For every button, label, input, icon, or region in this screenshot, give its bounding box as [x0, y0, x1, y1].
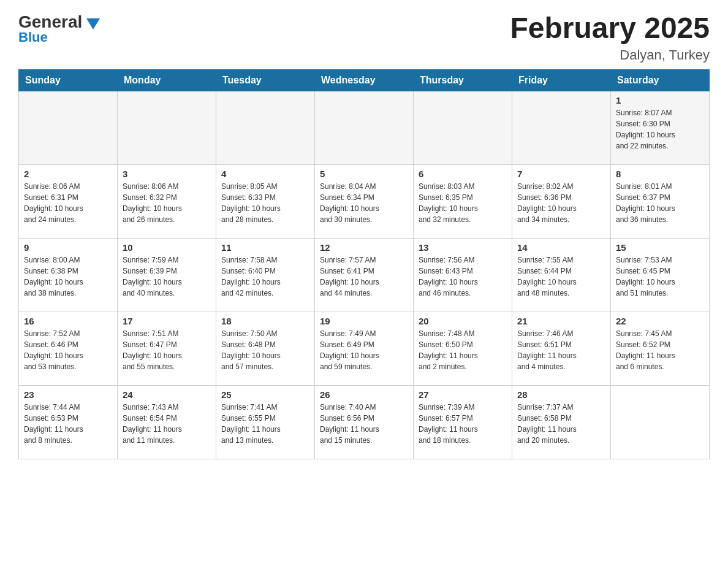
day-number: 19	[320, 316, 408, 326]
logo-bottom-line: Blue	[18, 29, 48, 45]
day-header-monday: Monday	[118, 69, 216, 91]
day-info: Sunrise: 7:48 AMSunset: 6:50 PMDaylight:…	[419, 328, 507, 372]
calendar-cell: 23Sunrise: 7:44 AMSunset: 6:53 PMDayligh…	[19, 385, 118, 459]
calendar-cell: 3Sunrise: 8:06 AMSunset: 6:32 PMDaylight…	[118, 164, 216, 238]
calendar-cell: 25Sunrise: 7:41 AMSunset: 6:55 PMDayligh…	[216, 385, 315, 459]
day-info: Sunrise: 8:06 AMSunset: 6:31 PMDaylight:…	[24, 181, 112, 225]
page-subtitle: Dalyan, Turkey	[510, 47, 710, 63]
logo: General Blue	[18, 12, 100, 45]
calendar-cell	[118, 91, 216, 164]
day-number: 7	[517, 169, 605, 179]
title-area: February 2025 Dalyan, Turkey	[510, 12, 710, 63]
day-number: 11	[221, 242, 309, 253]
day-info: Sunrise: 7:57 AMSunset: 6:41 PMDaylight:…	[320, 255, 408, 299]
logo-general-text: General	[18, 12, 82, 31]
calendar-week-4: 16Sunrise: 7:52 AMSunset: 6:46 PMDayligh…	[19, 312, 710, 385]
day-header-thursday: Thursday	[414, 69, 512, 91]
calendar-week-2: 2Sunrise: 8:06 AMSunset: 6:31 PMDaylight…	[19, 164, 710, 238]
day-header-wednesday: Wednesday	[315, 69, 414, 91]
calendar-week-1: 1Sunrise: 8:07 AMSunset: 6:30 PMDaylight…	[19, 91, 710, 164]
calendar-cell: 7Sunrise: 8:02 AMSunset: 6:36 PMDaylight…	[512, 164, 611, 238]
calendar-cell: 14Sunrise: 7:55 AMSunset: 6:44 PMDayligh…	[512, 238, 611, 312]
calendar-cell: 6Sunrise: 8:03 AMSunset: 6:35 PMDaylight…	[414, 164, 512, 238]
day-info: Sunrise: 7:50 AMSunset: 6:48 PMDaylight:…	[221, 328, 309, 372]
calendar-cell: 20Sunrise: 7:48 AMSunset: 6:50 PMDayligh…	[414, 312, 512, 385]
calendar-cell: 13Sunrise: 7:56 AMSunset: 6:43 PMDayligh…	[414, 238, 512, 312]
day-info: Sunrise: 8:07 AMSunset: 6:30 PMDaylight:…	[616, 107, 704, 151]
day-number: 14	[517, 242, 605, 253]
calendar-cell: 21Sunrise: 7:46 AMSunset: 6:51 PMDayligh…	[512, 312, 611, 385]
day-number: 25	[221, 389, 309, 400]
calendar-cell: 16Sunrise: 7:52 AMSunset: 6:46 PMDayligh…	[19, 312, 118, 385]
day-info: Sunrise: 8:05 AMSunset: 6:33 PMDaylight:…	[221, 181, 309, 225]
calendar-cell: 12Sunrise: 7:57 AMSunset: 6:41 PMDayligh…	[315, 238, 414, 312]
day-number: 10	[123, 242, 211, 253]
day-info: Sunrise: 7:46 AMSunset: 6:51 PMDaylight:…	[517, 328, 605, 372]
day-number: 2	[24, 169, 112, 179]
calendar-cell: 18Sunrise: 7:50 AMSunset: 6:48 PMDayligh…	[216, 312, 315, 385]
calendar-cell	[315, 91, 414, 164]
calendar-cell: 10Sunrise: 7:59 AMSunset: 6:39 PMDayligh…	[118, 238, 216, 312]
page-title: February 2025	[510, 12, 710, 45]
day-info: Sunrise: 7:58 AMSunset: 6:40 PMDaylight:…	[221, 255, 309, 299]
day-info: Sunrise: 7:52 AMSunset: 6:46 PMDaylight:…	[24, 328, 112, 372]
day-info: Sunrise: 7:59 AMSunset: 6:39 PMDaylight:…	[123, 255, 211, 299]
calendar-cell	[216, 91, 315, 164]
day-number: 23	[24, 389, 112, 400]
day-info: Sunrise: 7:55 AMSunset: 6:44 PMDaylight:…	[517, 255, 605, 299]
calendar-cell: 2Sunrise: 8:06 AMSunset: 6:31 PMDaylight…	[19, 164, 118, 238]
calendar-body: 1Sunrise: 8:07 AMSunset: 6:30 PMDaylight…	[19, 91, 710, 459]
logo-arrow-icon	[86, 18, 100, 32]
day-info: Sunrise: 8:03 AMSunset: 6:35 PMDaylight:…	[419, 181, 507, 225]
day-header-saturday: Saturday	[611, 69, 710, 91]
day-number: 4	[221, 169, 309, 179]
day-number: 3	[123, 169, 211, 179]
day-number: 5	[320, 169, 408, 179]
calendar-cell: 19Sunrise: 7:49 AMSunset: 6:49 PMDayligh…	[315, 312, 414, 385]
day-info: Sunrise: 7:45 AMSunset: 6:52 PMDaylight:…	[616, 328, 704, 372]
day-info: Sunrise: 8:06 AMSunset: 6:32 PMDaylight:…	[123, 181, 211, 225]
day-number: 18	[221, 316, 309, 326]
day-info: Sunrise: 8:02 AMSunset: 6:36 PMDaylight:…	[517, 181, 605, 225]
calendar-cell	[512, 91, 611, 164]
day-info: Sunrise: 7:43 AMSunset: 6:54 PMDaylight:…	[123, 402, 211, 446]
calendar-cell: 24Sunrise: 7:43 AMSunset: 6:54 PMDayligh…	[118, 385, 216, 459]
day-number: 24	[123, 389, 211, 400]
day-number: 17	[123, 316, 211, 326]
day-header-sunday: Sunday	[19, 69, 118, 91]
day-info: Sunrise: 8:04 AMSunset: 6:34 PMDaylight:…	[320, 181, 408, 225]
day-number: 6	[419, 169, 507, 179]
calendar-cell: 5Sunrise: 8:04 AMSunset: 6:34 PMDaylight…	[315, 164, 414, 238]
day-info: Sunrise: 8:01 AMSunset: 6:37 PMDaylight:…	[616, 181, 704, 225]
calendar-cell: 1Sunrise: 8:07 AMSunset: 6:30 PMDaylight…	[611, 91, 710, 164]
day-number: 28	[517, 389, 605, 400]
day-number: 1	[616, 95, 704, 105]
day-info: Sunrise: 8:00 AMSunset: 6:38 PMDaylight:…	[24, 255, 112, 299]
day-info: Sunrise: 7:37 AMSunset: 6:58 PMDaylight:…	[517, 402, 605, 446]
day-number: 16	[24, 316, 112, 326]
calendar-table: SundayMondayTuesdayWednesdayThursdayFrid…	[18, 69, 710, 459]
calendar-cell: 26Sunrise: 7:40 AMSunset: 6:56 PMDayligh…	[315, 385, 414, 459]
calendar-cell: 8Sunrise: 8:01 AMSunset: 6:37 PMDaylight…	[611, 164, 710, 238]
day-number: 20	[419, 316, 507, 326]
day-info: Sunrise: 7:56 AMSunset: 6:43 PMDaylight:…	[419, 255, 507, 299]
calendar-cell	[19, 91, 118, 164]
day-number: 26	[320, 389, 408, 400]
calendar-week-3: 9Sunrise: 8:00 AMSunset: 6:38 PMDaylight…	[19, 238, 710, 312]
day-info: Sunrise: 7:53 AMSunset: 6:45 PMDaylight:…	[616, 255, 704, 299]
calendar-cell: 22Sunrise: 7:45 AMSunset: 6:52 PMDayligh…	[611, 312, 710, 385]
day-info: Sunrise: 7:44 AMSunset: 6:53 PMDaylight:…	[24, 402, 112, 446]
calendar-week-5: 23Sunrise: 7:44 AMSunset: 6:53 PMDayligh…	[19, 385, 710, 459]
calendar-cell: 17Sunrise: 7:51 AMSunset: 6:47 PMDayligh…	[118, 312, 216, 385]
day-number: 13	[419, 242, 507, 253]
day-number: 21	[517, 316, 605, 326]
svg-marker-0	[86, 18, 100, 29]
day-info: Sunrise: 7:39 AMSunset: 6:57 PMDaylight:…	[419, 402, 507, 446]
calendar-cell	[611, 385, 710, 459]
day-info: Sunrise: 7:40 AMSunset: 6:56 PMDaylight:…	[320, 402, 408, 446]
calendar-header: SundayMondayTuesdayWednesdayThursdayFrid…	[19, 69, 710, 91]
page-header: General Blue February 2025 Dalyan, Turke…	[18, 12, 710, 63]
day-number: 22	[616, 316, 704, 326]
day-info: Sunrise: 7:51 AMSunset: 6:47 PMDaylight:…	[123, 328, 211, 372]
day-info: Sunrise: 7:49 AMSunset: 6:49 PMDaylight:…	[320, 328, 408, 372]
